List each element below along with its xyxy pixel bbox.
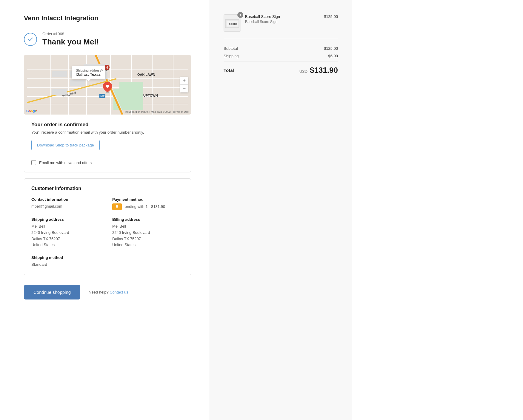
total-currency: USD [299,69,307,74]
item-price: $125.00 [324,14,338,19]
email-checkbox-row: Email me with news and offers [31,156,184,165]
shipping-method-block: Shipping method Standard [31,255,103,268]
footer-actions: Continue shopping Need help? Contact us [24,285,191,299]
shipping-address-heading: Shipping address [31,217,103,222]
item-details: Baseball Score Sign Baseball Score Sign [245,14,320,24]
item-name: Baseball Score Sign [245,14,320,19]
billing-address-value: Mel Bell 2240 Irving Boulevard Dallas TX… [112,223,184,248]
order-item: SCORE 1 Baseball Score Sign Baseball Sco… [224,14,338,39]
subtotal-row: Subtotal $125.00 [224,46,338,51]
billing-heading: Billing address [112,217,184,222]
item-quantity-badge: 1 [237,12,243,18]
svg-rect-18 [52,71,67,77]
map-attribution: Keyboard shortcuts | Map data ©2022 · Te… [125,110,189,113]
contact-heading: Contact information [31,197,103,202]
email-checkbox-label: Email me with news and offers [39,160,92,165]
svg-text:H: H [106,66,108,69]
item-variant: Baseball Score Sign [245,20,320,24]
billing-address-block: Billing address Mel Bell 2240 Irving Bou… [112,217,184,248]
confirmed-subtitle: You'll receive a confirmation email with… [31,130,184,135]
shipping-address-label: Shipping address [76,69,101,72]
svg-rect-14 [119,82,143,94]
shipping-method-value: Standard [31,262,103,268]
svg-point-32 [106,85,109,88]
shipping-row: Shipping $6.90 [224,54,338,58]
payment-method-row: B ending with 1 - $131.90 [112,203,184,210]
svg-text:SCORE: SCORE [229,23,238,25]
svg-text:UPTOWN: UPTOWN [143,94,158,97]
check-icon [24,33,37,46]
payment-method-block: Payment method B ending with 1 - $131.90 [112,197,184,210]
subtotal-value: $125.00 [324,46,338,51]
customer-section: Customer information Contact information… [24,178,191,275]
customer-section-title: Customer information [31,186,184,191]
contact-link[interactable]: Contact us [110,290,128,294]
right-panel: SCORE 1 Baseball Score Sign Baseball Sco… [209,0,352,420]
payment-heading: Payment method [112,197,184,202]
total-amount: USD $131.90 [299,66,338,75]
subtotal-label: Subtotal [224,46,238,51]
thank-you-heading: Thank you Mel! [42,37,99,47]
map-controls: + − [180,77,188,92]
shipping-method-heading: Shipping method [31,255,103,260]
contact-email: mbell@gmail.com [31,203,103,210]
google-logo: Google [26,109,38,113]
svg-rect-21 [70,80,85,86]
total-row: Total USD $131.90 [224,61,338,75]
zoom-out-button[interactable]: − [180,85,188,92]
shipping-address-block: Shipping address Mel Bell 2240 Irving Bo… [31,217,103,248]
continue-shopping-button[interactable]: Continue shopping [24,285,80,299]
order-number: Order #1068 [42,32,99,36]
payment-icon: B [112,203,122,210]
confirmed-title: Your order is confirmed [31,122,184,128]
svg-text:OAK LAWN: OAK LAWN [137,73,155,76]
map-popup: × Shipping address Dallas, Texas [72,66,105,79]
map-container: Parkland Health H OAK LAWN UPTOWN Irving… [24,55,191,115]
info-grid: Contact information mbell@gmail.com Paym… [31,197,184,268]
total-label: Total [224,68,234,73]
item-image-wrap: SCORE 1 [224,14,241,32]
shipping-label: Shipping [224,54,239,58]
order-header: Order #1068 Thank you Mel! [24,32,191,47]
svg-text:35E: 35E [100,95,105,98]
shipping-address-value: Mel Bell 2240 Irving Boulevard Dallas TX… [31,223,103,248]
store-title: Venn Intacct Integration [24,14,191,22]
download-shop-button[interactable]: Download Shop to track package [31,140,100,150]
shipping-city: Dallas, Texas [76,72,101,77]
help-text: Need help? Contact us [89,290,128,294]
contact-info-block: Contact information mbell@gmail.com [31,197,103,210]
payment-detail: ending with 1 - $131.90 [125,204,165,210]
total-value: $131.90 [310,66,338,75]
shipping-value: $6.90 [328,54,338,58]
price-breakdown: Subtotal $125.00 Shipping $6.90 [224,46,338,58]
confirmation-section: Your order is confirmed You'll receive a… [24,115,191,172]
zoom-in-button[interactable]: + [180,77,188,85]
email-checkbox[interactable] [31,160,36,165]
map-close-icon[interactable]: × [101,67,103,72]
